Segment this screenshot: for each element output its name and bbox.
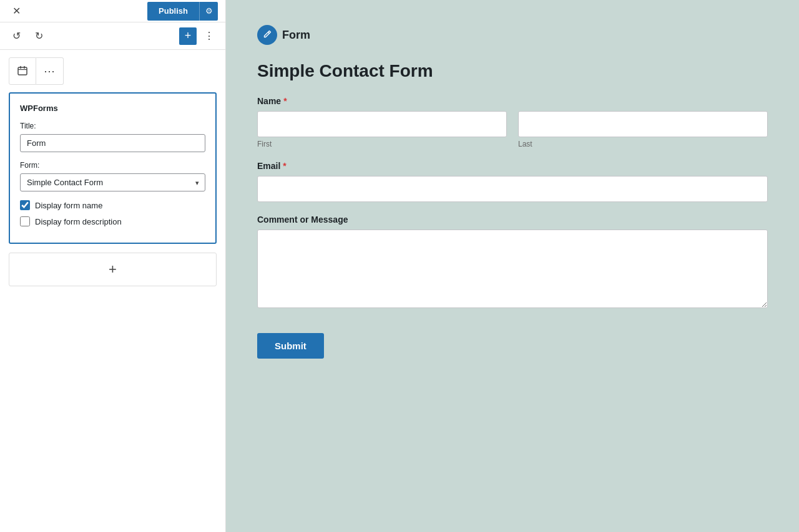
three-dots-icon: ⋯	[44, 64, 56, 78]
display-form-name-checkbox[interactable]	[20, 200, 30, 210]
display-form-description-checkbox[interactable]	[20, 216, 30, 226]
calendar-icon	[17, 65, 27, 77]
form-block-header: Form	[257, 25, 768, 45]
comment-field-label: Comment or Message	[257, 215, 768, 225]
first-name-sublabel: First	[257, 140, 507, 148]
first-name-field: First	[257, 111, 507, 148]
wpforms-block: WPForms Title: Form: Simple Contact Form…	[9, 92, 217, 244]
display-name-row: Display form name	[20, 200, 205, 210]
email-input[interactable]	[257, 176, 768, 202]
last-name-field: Last	[518, 111, 768, 148]
email-required-star: *	[283, 161, 286, 171]
title-label: Title:	[20, 122, 205, 130]
undo-icon: ↺	[12, 30, 21, 42]
dots-icon: ⋮	[204, 30, 214, 42]
submit-button[interactable]: Submit	[257, 333, 324, 359]
form-title: Simple Contact Form	[257, 61, 768, 81]
plus-icon: +	[185, 29, 192, 42]
last-name-input[interactable]	[518, 111, 768, 137]
close-button[interactable]: ✕	[7, 2, 25, 20]
undo-redo-left: ↺ ↻	[7, 27, 47, 45]
pencil-icon	[262, 29, 272, 41]
more-options-button[interactable]: ⋮	[200, 27, 218, 45]
close-icon: ✕	[12, 5, 21, 17]
first-name-input[interactable]	[257, 111, 507, 137]
redo-icon: ↻	[35, 30, 43, 42]
email-field-group: Email *	[257, 161, 768, 202]
form-block-label: Form	[282, 29, 310, 42]
display-form-name-label[interactable]: Display form name	[35, 201, 102, 210]
dots-tab-button[interactable]: ⋯	[36, 57, 64, 85]
undo-redo-bar: ↺ ↻ + ⋮	[0, 22, 225, 50]
wpforms-block-title: WPForms	[20, 104, 205, 113]
icon-tabs-row: ⋯	[0, 50, 225, 92]
form-icon-circle	[257, 25, 277, 45]
publish-settings-button[interactable]: ⚙	[199, 2, 218, 21]
undo-button[interactable]: ↺	[7, 27, 25, 45]
last-name-sublabel: Last	[518, 140, 768, 148]
title-input[interactable]	[20, 134, 205, 152]
add-block-large-button[interactable]: +	[9, 253, 217, 286]
publish-button[interactable]: Publish	[147, 2, 199, 21]
name-field-group: Name * First Last	[257, 96, 768, 148]
top-bar-left: ✕	[7, 2, 25, 20]
gear-icon: ⚙	[205, 6, 213, 16]
right-content: Form Simple Contact Form Name * First La…	[226, 0, 799, 532]
publish-area: Publish ⚙	[147, 2, 218, 21]
undo-redo-right: + ⋮	[179, 27, 218, 45]
add-block-row: +	[9, 253, 217, 286]
form-select-wrapper: Simple Contact Form Contact Form Newslet…	[20, 173, 205, 191]
svg-rect-0	[18, 67, 27, 75]
top-bar: ✕ Publish ⚙	[0, 0, 225, 22]
name-required-star: *	[283, 96, 287, 106]
redo-button[interactable]: ↻	[30, 27, 47, 45]
calendar-tab-button[interactable]	[9, 57, 36, 85]
svg-line-4	[268, 32, 270, 33]
comment-textarea[interactable]	[257, 230, 768, 308]
form-label: Form:	[20, 161, 205, 170]
name-fields-row: First Last	[257, 111, 768, 148]
name-field-label: Name *	[257, 96, 768, 106]
form-select[interactable]: Simple Contact Form Contact Form Newslet…	[20, 173, 205, 191]
display-form-description-label[interactable]: Display form description	[35, 217, 122, 226]
plus-large-icon: +	[109, 261, 117, 278]
add-block-button-top[interactable]: +	[179, 27, 197, 45]
display-description-row: Display form description	[20, 216, 205, 226]
comment-field-group: Comment or Message	[257, 215, 768, 311]
form-preview: Simple Contact Form Name * First Last	[257, 55, 768, 365]
left-panel: ✕ Publish ⚙ ↺ ↻ + ⋮	[0, 0, 226, 532]
email-field-label: Email *	[257, 161, 768, 171]
